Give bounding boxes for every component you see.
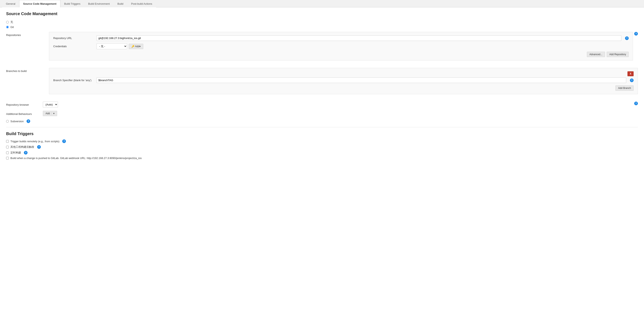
repo-url-row: Repository URL ?	[53, 35, 629, 41]
advanced-button[interactable]: Advanced...	[587, 52, 605, 57]
additional-behaviours-label: Additional Behaviours	[6, 111, 43, 115]
trigger-row-3: Build when a change is pushed to GitLab.…	[6, 156, 638, 160]
branch-delete-button[interactable]: X	[628, 71, 634, 76]
trigger-row-2: 定时构建 ?	[6, 151, 638, 154]
repositories-section: Repository URL ? Credentials - 无 - 🔑 Add…	[49, 32, 633, 61]
subversion-help-icon[interactable]: ?	[26, 119, 30, 123]
scm-label-none: 无	[10, 20, 13, 24]
trigger-label-3: Build when a change is pushed to GitLab.…	[10, 156, 142, 160]
tab-build-environment[interactable]: Build Environment	[84, 0, 114, 7]
scm-option-git[interactable]: Git	[6, 26, 638, 29]
branch-specifier-label: Branch Specifier (blank for 'any')	[53, 79, 94, 82]
repositories-actions: Advanced... Add Repository	[53, 52, 629, 57]
repo-browser-select[interactable]: (Auto)	[43, 102, 58, 107]
subversion-label: Subversion	[10, 120, 24, 123]
repo-browser-content: (Auto)	[43, 102, 633, 107]
scm-option-none[interactable]: 无	[6, 20, 638, 24]
branches-label: Branches to build	[6, 68, 43, 73]
trigger-help-icon-1[interactable]: ?	[37, 145, 41, 149]
repo-browser-help-icon[interactable]: ?	[634, 102, 638, 105]
scm-label-git: Git	[10, 26, 14, 29]
credentials-add-button[interactable]: 🔑 Add▾	[129, 44, 143, 49]
branches-row: Branches to build X Branch Specifier (bl…	[6, 68, 638, 98]
credentials-row: Credentials - 无 - 🔑 Add▾	[53, 43, 629, 49]
trigger-checkbox-0[interactable]	[6, 140, 9, 143]
branches-content: X Branch Specifier (blank for 'any') ? A…	[43, 68, 638, 98]
add-branch-button[interactable]: Add Branch	[616, 85, 634, 91]
repo-browser-label: Repository browser	[6, 102, 43, 106]
repo-url-input[interactable]	[96, 35, 621, 41]
add-behaviour-button[interactable]: Add ▾	[43, 111, 57, 116]
tabs-bar: General Source Code Management Build Tri…	[0, 0, 644, 7]
tab-general[interactable]: General	[2, 0, 19, 7]
credentials-label: Credentials	[53, 45, 94, 48]
trigger-label-2: 定时构建	[10, 151, 21, 154]
additional-behaviours-row: Additional Behaviours Add ▾	[6, 111, 638, 116]
trigger-row-0: Trigger builds remotely (e.g., from scri…	[6, 139, 638, 143]
tab-post-build[interactable]: Post-build Actions	[127, 0, 156, 7]
trigger-checkbox-3[interactable]	[6, 157, 9, 160]
tab-build-triggers[interactable]: Build Triggers	[60, 0, 84, 7]
repositories-row: Repositories Repository URL ? Credential…	[6, 32, 638, 65]
add-repository-button[interactable]: Add Repository	[607, 52, 629, 57]
scm-radio-group: 无 Git	[6, 20, 638, 29]
repo-url-label: Repository URL	[53, 37, 94, 40]
trigger-help-icon-2[interactable]: ?	[24, 151, 28, 154]
build-triggers-title: Build Triggers	[6, 131, 638, 136]
trigger-checkbox-2[interactable]	[6, 151, 9, 154]
repositories-help-icon[interactable]: ?	[634, 32, 638, 36]
branch-delete-row: X	[53, 71, 634, 76]
branches-actions: Add Branch	[53, 85, 634, 91]
subversion-option[interactable]: Subversion ?	[6, 119, 638, 123]
branch-specifier-help-icon[interactable]: ?	[630, 78, 634, 82]
scm-radio-none[interactable]	[6, 21, 9, 24]
trigger-row-1: 其他工程构建后触发 ?	[6, 145, 638, 149]
repositories-label: Repositories	[6, 32, 43, 37]
tab-build[interactable]: Build	[114, 0, 127, 7]
repo-browser-row: Repository browser (Auto) ?	[6, 102, 638, 107]
add-behaviour-label: Add	[46, 112, 50, 115]
branch-specifier-input[interactable]	[96, 77, 626, 83]
page-title: Source Code Management	[6, 12, 638, 16]
repo-url-help-icon[interactable]: ?	[625, 36, 629, 40]
credentials-select[interactable]: - 无 -	[96, 43, 127, 49]
add-behaviour-arrow: ▾	[52, 112, 54, 115]
branch-specifier-row: Branch Specifier (blank for 'any') ?	[53, 77, 634, 83]
scm-radio-git[interactable]	[6, 26, 9, 28]
trigger-checkbox-1[interactable]	[6, 146, 9, 148]
trigger-label-0: Trigger builds remotely (e.g., from scri…	[10, 140, 60, 143]
repositories-content: Repository URL ? Credentials - 无 - 🔑 Add…	[43, 32, 633, 65]
tab-source-code[interactable]: Source Code Management	[19, 0, 60, 7]
add-dropdown: Add ▾	[43, 111, 57, 116]
main-content: Source Code Management 无 Git Repositorie…	[0, 7, 644, 316]
credentials-controls: - 无 - 🔑 Add▾	[96, 43, 143, 49]
branches-section: X Branch Specifier (blank for 'any') ? A…	[49, 68, 638, 94]
trigger-label-1: 其他工程构建后触发	[10, 145, 34, 149]
trigger-help-icon-0[interactable]: ?	[62, 139, 66, 143]
scm-radio-subversion[interactable]	[6, 120, 9, 123]
additional-behaviours-content: Add ▾	[43, 111, 638, 116]
section-divider	[6, 127, 638, 127]
